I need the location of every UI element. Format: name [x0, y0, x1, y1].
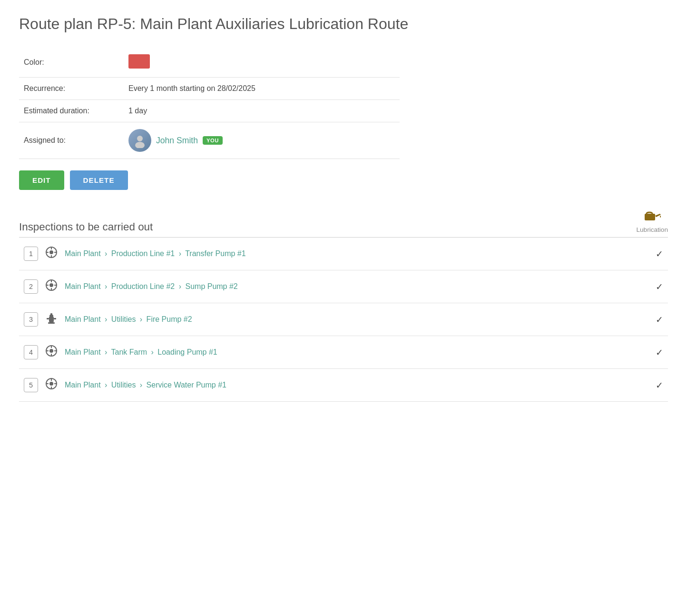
svg-point-29 — [49, 382, 53, 386]
svg-point-23 — [49, 349, 53, 353]
svg-point-3 — [660, 216, 661, 218]
svg-point-5 — [49, 250, 53, 254]
item-path[interactable]: Main Plant › Tank Farm › Loading Pump #1 — [65, 348, 649, 357]
svg-rect-19 — [47, 318, 49, 319]
check-icon: ✓ — [656, 347, 663, 358]
check-icon: ✓ — [656, 314, 663, 325]
list-item: 4 Main Plant › Tank Farm › Loading Pump … — [19, 336, 668, 369]
list-item: 2 Main Plant › Production Line #2 › Sump… — [19, 270, 668, 303]
avatar — [128, 129, 151, 152]
recurrence-row: Recurrence: Every 1 month starting on 28… — [19, 78, 400, 100]
lubrication-label-text: Lubrication — [636, 226, 668, 233]
assigned-row: Assigned to: John Smith YOU — [19, 122, 400, 159]
svg-rect-21 — [48, 322, 55, 324]
lubrication-icon — [644, 209, 661, 225]
duration-value: 1 day — [124, 100, 400, 122]
pump-icon — [45, 246, 58, 261]
color-swatch[interactable] — [128, 54, 150, 69]
pump-icon — [45, 279, 58, 294]
assigned-label: Assigned to: — [19, 122, 124, 159]
duration-row: Estimated duration: 1 day — [19, 100, 400, 122]
check-icon: ✓ — [656, 281, 663, 292]
svg-rect-18 — [50, 313, 52, 315]
svg-point-0 — [137, 136, 143, 141]
recurrence-label: Recurrence: — [19, 78, 124, 100]
list-item: 1 Main Plant › Production Line #1 › Tran… — [19, 238, 668, 270]
recurrence-value: Every 1 month starting on 28/02/2025 — [124, 78, 400, 100]
color-row: Color: — [19, 48, 400, 78]
check-icon: ✓ — [656, 380, 663, 391]
item-path[interactable]: Main Plant › Production Line #2 › Sump P… — [65, 282, 649, 291]
item-path[interactable]: Main Plant › Production Line #1 › Transf… — [65, 249, 649, 258]
list-item: 5 Main Plant › Utilities › Service Water… — [19, 369, 668, 402]
assigned-name[interactable]: John Smith — [156, 136, 198, 146]
hydrant-icon — [45, 312, 58, 327]
you-badge: YOU — [203, 136, 223, 145]
pump-icon — [45, 345, 58, 360]
inspections-section: Inspections to be carried out Lubricatio… — [19, 209, 668, 402]
duration-label: Estimated duration: — [19, 100, 124, 122]
item-number: 2 — [24, 279, 38, 294]
lubrication-column-header: Lubrication — [636, 209, 668, 233]
svg-rect-2 — [645, 214, 655, 220]
item-number: 4 — [24, 345, 38, 359]
inspection-list: 1 Main Plant › Production Line #1 › Tran… — [19, 238, 668, 402]
edit-button[interactable]: EDIT — [19, 170, 64, 190]
section-header: Inspections to be carried out Lubricatio… — [19, 209, 668, 238]
color-value — [124, 48, 400, 78]
color-label: Color: — [19, 48, 124, 78]
svg-rect-20 — [54, 318, 56, 319]
assigned-container: John Smith YOU — [128, 129, 395, 152]
svg-point-1 — [135, 142, 145, 148]
item-number: 3 — [24, 312, 38, 327]
delete-button[interactable]: DELETE — [70, 170, 128, 190]
svg-point-11 — [49, 283, 53, 287]
item-number: 1 — [24, 247, 38, 261]
check-icon: ✓ — [656, 248, 663, 259]
button-row: EDIT DELETE — [19, 170, 668, 190]
list-item: 3 Main Plant › Utilities › Fire — [19, 303, 668, 336]
item-path[interactable]: Main Plant › Utilities › Service Water P… — [65, 381, 649, 389]
section-title: Inspections to be carried out — [19, 221, 153, 233]
item-path[interactable]: Main Plant › Utilities › Fire Pump #2 — [65, 315, 649, 324]
info-table: Color: Recurrence: Every 1 month startin… — [19, 48, 400, 159]
page-title: Route plan RP-5: Main Plant Auxiliaries … — [19, 14, 668, 33]
item-number: 5 — [24, 378, 38, 392]
svg-rect-16 — [49, 317, 54, 322]
pump-icon — [45, 378, 58, 393]
